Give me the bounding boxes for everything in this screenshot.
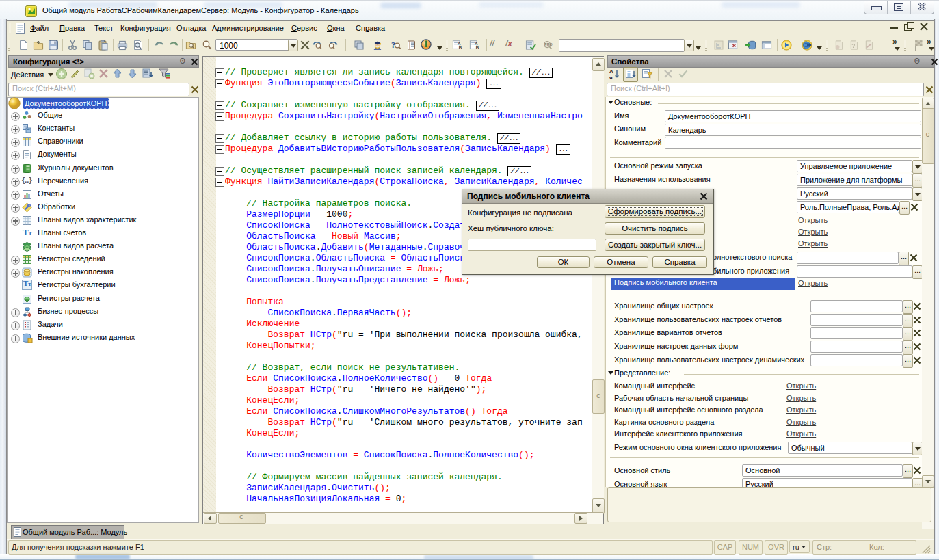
svg-text:я: я [609, 75, 613, 80]
svg-text:B: B [476, 45, 479, 50]
svg-text:PRO: PRO [544, 42, 553, 46]
svg-text:?: ? [851, 42, 855, 49]
svg-text:B: B [459, 45, 462, 50]
svg-text:А: А [609, 68, 613, 75]
